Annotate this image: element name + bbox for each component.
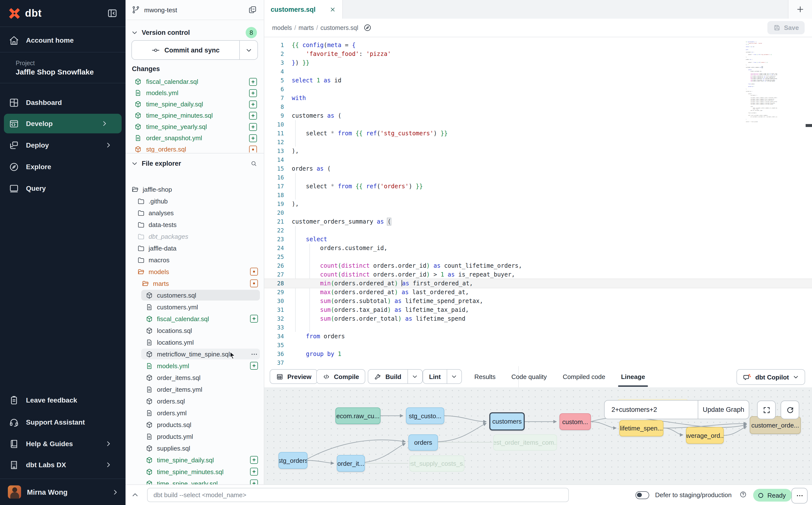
code-line[interactable]: 7with bbox=[264, 94, 812, 103]
sidebar-item-dashboard[interactable]: Dashboard bbox=[0, 93, 126, 112]
tree-item[interactable]: metricflow_time_spine.sql bbox=[126, 348, 264, 360]
defer-toggle[interactable] bbox=[636, 491, 649, 499]
tree-item[interactable]: orders.sql bbox=[126, 395, 264, 407]
stage-change-button[interactable]: + bbox=[249, 123, 257, 131]
tree-item[interactable]: .github bbox=[126, 195, 264, 207]
change-row[interactable]: fiscal_calendar.sql+ bbox=[126, 76, 264, 87]
lineage-search-input[interactable] bbox=[605, 406, 695, 413]
code-line[interactable]: 34 from orders bbox=[264, 332, 812, 341]
tree-item[interactable]: dbt_packages bbox=[126, 230, 264, 242]
lineage-node-stg-customers[interactable]: stg_custo... bbox=[406, 407, 444, 424]
code-line[interactable]: 6 bbox=[264, 85, 812, 94]
stage-change-button[interactable]: + bbox=[249, 112, 257, 119]
tree-item[interactable]: time_spine_yearly.sql+ bbox=[126, 478, 264, 484]
lineage-node-orders[interactable]: orders bbox=[409, 435, 438, 451]
sidebar-item-query[interactable]: Query bbox=[0, 178, 126, 198]
lint-options-button[interactable] bbox=[447, 370, 461, 383]
copy-icon[interactable] bbox=[248, 5, 257, 14]
tree-item[interactable]: jaffle-data bbox=[126, 242, 264, 254]
stage-change-button[interactable]: + bbox=[249, 100, 257, 108]
code-line[interactable]: 11 select * from {{ ref('stg_customers')… bbox=[264, 129, 812, 138]
sidebar-item-explore[interactable]: Explore bbox=[0, 157, 126, 176]
tree-item[interactable]: order_items.yml bbox=[126, 383, 264, 395]
code-line[interactable]: 33 bbox=[264, 323, 812, 332]
tree-item[interactable]: data-tests bbox=[126, 219, 264, 230]
preview-button[interactable]: Preview bbox=[270, 369, 318, 384]
close-icon[interactable] bbox=[329, 6, 336, 12]
code-line[interactable]: 5select 1 as id bbox=[264, 76, 812, 85]
change-row[interactable]: time_spine_minutes.sql+ bbox=[126, 110, 264, 121]
lineage-search[interactable] bbox=[604, 400, 698, 419]
code-line[interactable]: 13), bbox=[264, 147, 812, 155]
lineage-graph[interactable]: ecom.raw_cu...stg_custo...customerscusto… bbox=[264, 387, 812, 484]
sidebar-item-develop[interactable]: Develop bbox=[4, 114, 122, 133]
version-control-header[interactable]: Version control 8 bbox=[126, 25, 264, 40]
stage-change-button[interactable] bbox=[250, 280, 258, 287]
lineage-node-test-order-items[interactable]: test_order_items_com... bbox=[493, 435, 557, 451]
tab-results[interactable]: Results bbox=[474, 366, 496, 387]
change-row[interactable]: order_snapshot.yml+ bbox=[126, 132, 264, 144]
code-line[interactable]: 25 bbox=[264, 252, 812, 261]
tree-item[interactable]: locations.yml bbox=[126, 336, 264, 348]
code-line[interactable]: 26 count(distinct orders.order_id) as co… bbox=[264, 261, 812, 270]
sidebar-item-help-guides[interactable]: Help & Guides bbox=[0, 434, 126, 454]
minimap[interactable]: {{ config(meta = { 'favorite_food': 'piz… bbox=[746, 41, 777, 127]
sidebar-item-project[interactable]: ProjectJaffle Shop Snowflake bbox=[0, 52, 126, 83]
stage-change-button[interactable]: + bbox=[249, 134, 257, 142]
commit-options-button[interactable] bbox=[239, 41, 258, 59]
lineage-node-test-supply-costs[interactable]: test_supply_costs_s... bbox=[410, 456, 464, 472]
lineage-node-lifetime-spend[interactable]: lifetime_spen... bbox=[619, 420, 663, 436]
tree-item[interactable]: order_items.sql bbox=[126, 372, 264, 383]
row-menu-button[interactable] bbox=[251, 350, 258, 358]
code-line[interactable]: 21customer_orders_summary as ( bbox=[264, 217, 812, 226]
tree-item[interactable]: marts bbox=[126, 278, 264, 289]
stage-change-button[interactable]: + bbox=[250, 362, 258, 370]
tree-item[interactable]: customers.sql bbox=[126, 289, 264, 301]
commit-and-sync-button[interactable]: Commit and sync bbox=[131, 40, 258, 60]
tree-item[interactable]: jaffle-shop bbox=[126, 183, 264, 195]
code-line[interactable]: 19), bbox=[264, 199, 812, 208]
build-button[interactable]: Build bbox=[368, 369, 423, 384]
code-line[interactable]: 18 bbox=[264, 191, 812, 199]
stage-change-button[interactable] bbox=[249, 145, 257, 153]
tree-item[interactable]: time_spine_daily.sql+ bbox=[126, 454, 264, 466]
stage-change-button[interactable]: + bbox=[250, 456, 258, 464]
command-input[interactable] bbox=[147, 488, 569, 502]
update-graph-button[interactable]: Update Graph bbox=[698, 400, 749, 419]
editor-scrollbar[interactable] bbox=[806, 124, 812, 127]
code-line[interactable]: 14 bbox=[264, 155, 812, 164]
code-line[interactable]: 23 select bbox=[264, 235, 812, 244]
sidebar-item-leave-feedback[interactable]: Leave feedback bbox=[0, 390, 126, 410]
lineage-node-ecom-raw-customers[interactable]: ecom.raw_cu... bbox=[335, 407, 380, 424]
status-badge[interactable]: Ready bbox=[753, 489, 792, 502]
stage-change-button[interactable]: + bbox=[250, 315, 258, 323]
code-line[interactable]: 10 bbox=[264, 120, 812, 129]
search-icon[interactable] bbox=[251, 160, 257, 166]
code-line[interactable]: 30 sum(orders.subtotal) as lifetime_spen… bbox=[264, 297, 812, 306]
lineage-node-order-items[interactable]: order_it... bbox=[337, 455, 365, 472]
code-line[interactable]: 20 bbox=[264, 208, 812, 217]
tree-item[interactable]: time_spine_minutes.sql+ bbox=[126, 466, 264, 478]
change-row[interactable]: time_spine_yearly.sql+ bbox=[126, 121, 264, 132]
code-line[interactable]: 4 bbox=[264, 67, 812, 76]
refresh-button[interactable] bbox=[781, 400, 799, 419]
file-explorer-header[interactable]: File explorer bbox=[126, 156, 264, 171]
sidebar-item-dbt-labs-dx[interactable]: dbt Labs DX bbox=[0, 455, 126, 475]
stage-change-button[interactable]: + bbox=[250, 480, 258, 484]
stage-change-button[interactable]: + bbox=[249, 89, 257, 97]
tree-item[interactable]: models bbox=[126, 266, 264, 278]
code-line[interactable]: 2 'favorite_food': 'pizza' bbox=[264, 49, 812, 58]
code-line[interactable]: 27 count(distinct orders.order_id) > 1 a… bbox=[264, 270, 812, 279]
tree-item[interactable]: customers.yml bbox=[126, 301, 264, 313]
code-line[interactable]: 15orders as ( bbox=[264, 164, 812, 173]
lineage-node-average-order[interactable]: average_ord... bbox=[686, 427, 724, 444]
save-button[interactable]: Save bbox=[767, 21, 805, 34]
code-line[interactable]: 9customers as ( bbox=[264, 111, 812, 120]
stage-change-button[interactable] bbox=[250, 268, 258, 276]
tab-lineage[interactable]: Lineage bbox=[621, 366, 645, 387]
help-icon[interactable] bbox=[740, 491, 747, 498]
build-options-button[interactable] bbox=[407, 370, 422, 383]
sidebar-item-deploy[interactable]: Deploy bbox=[0, 135, 126, 155]
tab-customers-sql[interactable]: customers.sql bbox=[264, 0, 343, 19]
more-options-button[interactable] bbox=[791, 488, 808, 504]
